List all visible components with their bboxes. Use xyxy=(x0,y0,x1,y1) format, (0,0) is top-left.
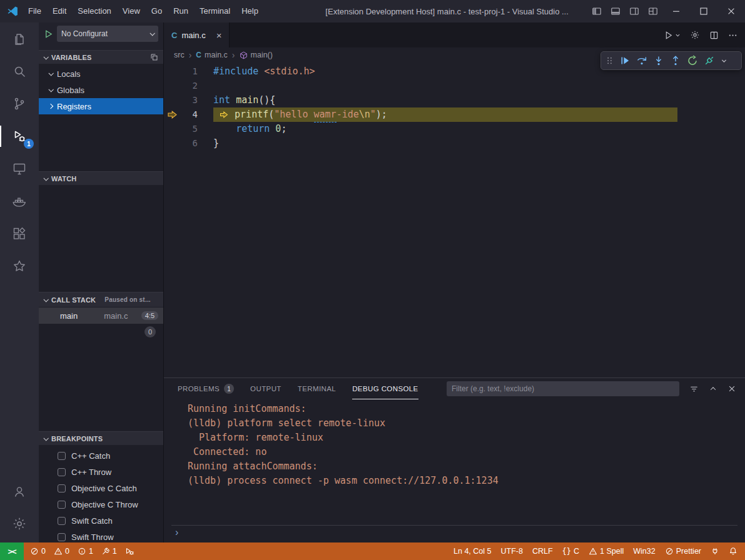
activity-remote-explorer-icon[interactable] xyxy=(0,152,39,185)
menu-help[interactable]: Help xyxy=(236,0,264,22)
split-editor-icon[interactable] xyxy=(709,31,719,40)
run-file-button[interactable] xyxy=(664,31,681,40)
checkbox[interactable] xyxy=(58,501,66,509)
gear-icon[interactable] xyxy=(690,30,700,40)
breakpoints-section-header[interactable]: BREAKPOINTS xyxy=(39,431,163,445)
menu-edit[interactable]: Edit xyxy=(47,0,72,22)
chevron-down-icon xyxy=(43,297,48,302)
debug-config-dropdown[interactable]: No Configurat xyxy=(57,26,158,42)
breakpoint-objective-c-catch[interactable]: Objective C Catch xyxy=(39,480,163,496)
activity-source-control-icon[interactable] xyxy=(0,88,39,120)
code-token: } xyxy=(213,136,219,151)
status-infos[interactable]: 1 xyxy=(78,547,93,556)
code-line-6[interactable]: 6} xyxy=(164,136,736,151)
filter-lines-icon[interactable] xyxy=(689,384,699,394)
step-over-icon[interactable] xyxy=(636,55,647,66)
panel-tab-debug-console[interactable]: DEBUG CONSOLE xyxy=(352,378,418,399)
menu-terminal[interactable]: Terminal xyxy=(194,0,236,22)
status-eol[interactable]: CRLF xyxy=(532,547,553,556)
remote-indicator[interactable]: >< xyxy=(0,542,24,560)
activity-search-icon[interactable] xyxy=(0,55,39,88)
status-encoding[interactable]: UTF-8 xyxy=(500,547,522,556)
restart-icon[interactable] xyxy=(687,55,698,66)
breakpoint-c-throw[interactable]: C++ Throw xyxy=(39,464,163,480)
checkbox[interactable] xyxy=(58,468,66,476)
status-notifications[interactable] xyxy=(729,547,737,556)
status-errors[interactable]: 0 xyxy=(30,547,46,556)
code-line-3[interactable]: 3int main(){ xyxy=(164,93,736,108)
status-language-mode[interactable]: {}C xyxy=(562,547,579,556)
status-warnings[interactable]: 0 xyxy=(54,547,69,556)
breakpoint-arrow-icon[interactable] xyxy=(164,108,180,122)
tab-main-c[interactable]: C main.c × xyxy=(164,22,230,48)
activity-extensions-icon[interactable] xyxy=(0,218,39,250)
checkbox[interactable] xyxy=(58,452,66,460)
callstack-section-header[interactable]: CALL STACK Paused on st... xyxy=(39,292,163,307)
step-out-icon[interactable] xyxy=(670,55,681,66)
code-area[interactable]: 1#include <stdio.h>23int main(){4 printf… xyxy=(164,62,736,378)
breadcrumb-main[interactable]: main() xyxy=(240,51,273,59)
glyph-margin xyxy=(164,79,180,93)
console-filter-input[interactable] xyxy=(447,381,679,396)
copy-icon[interactable] xyxy=(150,53,158,61)
debug-console-output[interactable]: Running initCommands:(lldb) platform sel… xyxy=(188,402,732,488)
more-actions-icon[interactable] xyxy=(728,31,737,40)
status-platform[interactable]: Win32 xyxy=(633,547,655,556)
step-into-icon[interactable] xyxy=(653,55,664,66)
activity-settings-icon[interactable] xyxy=(0,508,39,540)
activity-docker-icon[interactable] xyxy=(0,185,39,218)
checkbox[interactable] xyxy=(58,517,66,525)
disconnect-icon[interactable] xyxy=(704,55,715,66)
menu-selection[interactable]: Selection xyxy=(72,0,116,22)
code-line-2[interactable]: 2 xyxy=(164,79,736,93)
activity-explorer-icon[interactable] xyxy=(0,22,39,55)
tab-close-icon[interactable]: × xyxy=(216,30,222,41)
menu-view[interactable]: View xyxy=(117,0,146,22)
continue-icon[interactable] xyxy=(619,55,631,66)
breadcrumb-main-c[interactable]: Cmain.c xyxy=(196,51,228,59)
status-debug-target[interactable] xyxy=(125,547,134,556)
menu-run[interactable]: Run xyxy=(168,0,194,22)
activity-run-and-debug-icon[interactable]: 1 xyxy=(0,120,39,152)
panel-tab-problems[interactable]: PROBLEMS1 xyxy=(178,379,234,399)
toggle-panel-icon[interactable] xyxy=(606,0,625,22)
menu-file[interactable]: File xyxy=(23,0,47,22)
toggle-secondary-sidebar-icon[interactable] xyxy=(625,0,644,22)
maximize-button[interactable] xyxy=(690,0,717,22)
debug-console-input[interactable]: › xyxy=(171,525,737,539)
menu-go[interactable]: Go xyxy=(146,0,168,22)
activity-accounts-icon[interactable] xyxy=(0,475,39,508)
status-prettier[interactable]: Prettier xyxy=(665,547,701,556)
minimize-button[interactable] xyxy=(662,0,690,22)
activity-star-icon[interactable] xyxy=(0,250,39,282)
customize-layout-icon[interactable] xyxy=(644,0,662,22)
code-line-5[interactable]: 5 return 0; xyxy=(164,122,736,136)
code-line-4[interactable]: 4 printf("hello wamr-ide\n"); xyxy=(164,108,736,122)
chevron-down-icon[interactable] xyxy=(721,58,727,64)
callstack-frame[interactable]: mainmain.c4:5 xyxy=(39,308,163,324)
breakpoint-swift-catch[interactable]: Swift Catch xyxy=(39,512,163,529)
checkbox[interactable] xyxy=(58,533,66,541)
watch-section-header[interactable]: WATCH xyxy=(39,171,163,185)
status-cursor-position[interactable]: Ln 4, Col 5 xyxy=(454,547,491,556)
panel-tab-terminal[interactable]: TERMINAL xyxy=(298,379,336,399)
checkbox[interactable] xyxy=(58,484,66,492)
breadcrumb-src[interactable]: src xyxy=(174,51,185,59)
start-debugging-icon[interactable] xyxy=(44,29,53,39)
status-toolchain[interactable]: 1 xyxy=(101,547,117,556)
breakpoint-c-catch[interactable]: C++ Catch xyxy=(39,448,163,464)
toggle-sidebar-icon[interactable] xyxy=(587,0,606,22)
status-ports[interactable] xyxy=(711,547,719,556)
drag-icon[interactable] xyxy=(606,56,614,66)
close-panel-icon[interactable] xyxy=(727,384,736,393)
panel-tab-output[interactable]: OUTPUT xyxy=(250,379,281,399)
close-button[interactable] xyxy=(717,0,745,22)
breakpoint-objective-c-throw[interactable]: Objective C Throw xyxy=(39,496,163,512)
status-spell-checker[interactable]: 1 Spell xyxy=(589,547,624,556)
variables-row-globals[interactable]: Globals xyxy=(39,82,163,98)
variables-row-locals[interactable]: Locals xyxy=(39,66,163,82)
variables-section-header[interactable]: VARIABLES xyxy=(39,50,163,64)
callstack-section-body: mainmain.c4:5 0 xyxy=(39,307,163,431)
variables-row-registers[interactable]: Registers xyxy=(39,98,163,114)
maximize-panel-icon[interactable] xyxy=(709,384,717,393)
